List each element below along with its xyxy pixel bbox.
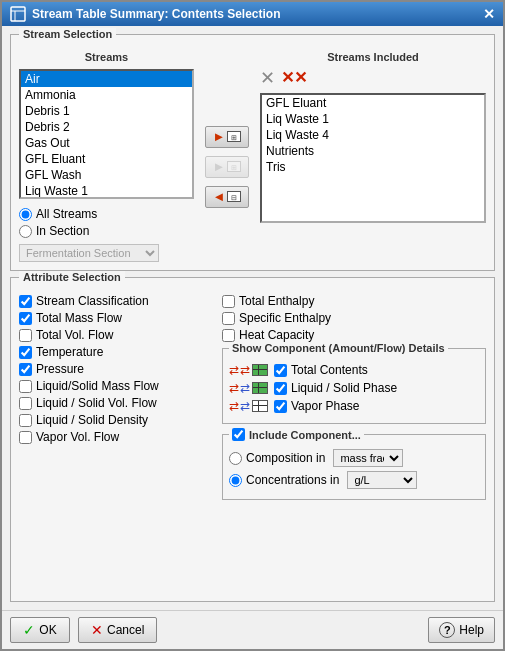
cb-liq-solid-mass-row[interactable]: Liquid/Solid Mass Flow (19, 379, 214, 393)
stream-item-debris1[interactable]: Debris 1 (21, 103, 192, 119)
concentrations-label: Concentrations in (246, 473, 339, 487)
ok-button[interactable]: ✓ OK (10, 617, 70, 643)
included-item-tris[interactable]: Tris (262, 159, 484, 175)
cb-total-contents[interactable] (274, 364, 287, 377)
stream-item-gfl-eluant[interactable]: GFL Eluant (21, 151, 192, 167)
radio-composition[interactable] (229, 452, 242, 465)
radio-concentrations[interactable] (229, 474, 242, 487)
cb-stream-classification-row[interactable]: Stream Classification (19, 294, 214, 308)
cb-heat-capacity-row[interactable]: Heat Capacity (222, 328, 342, 342)
cb-liq-solid-mass-label: Liquid/Solid Mass Flow (36, 379, 159, 393)
cb-stream-classification[interactable] (19, 295, 32, 308)
stream-item-ammonia[interactable]: Ammonia (21, 87, 192, 103)
close-button[interactable]: ✕ (483, 6, 495, 22)
included-panel: Streams Included ✕ ✕✕ GFL Eluant Liq Was… (260, 51, 486, 262)
cb-include-component[interactable] (232, 428, 245, 441)
included-listbox[interactable]: GFL Eluant Liq Waste 1 Liq Waste 4 Nutri… (260, 93, 486, 223)
add-all-streams-button[interactable]: ► ⊞ (205, 156, 249, 178)
ok-label: OK (39, 623, 56, 637)
add-stream-button[interactable]: ► ⊞ (205, 126, 249, 148)
cb-total-vol[interactable] (19, 329, 32, 342)
remove-included-button[interactable]: ✕ (260, 69, 275, 87)
total-contents-row: ⇄ ⇄ Total Contents (229, 363, 479, 377)
composition-row: Composition in mass frac mole frac mass … (229, 449, 479, 467)
remove-stream-button[interactable]: ◄ ⊟ (205, 186, 249, 208)
cb-vapor-phase-label: Vapor Phase (291, 399, 360, 413)
cb-liq-solid-mass[interactable] (19, 380, 32, 393)
included-item-gfl-eluant[interactable]: GFL Eluant (262, 95, 484, 111)
attribute-checkboxes-right: Total Enthalpy Specific Enthalpy Heat Ca… (222, 294, 342, 342)
stream-item-gfl-wash[interactable]: GFL Wash (21, 167, 192, 183)
include-component-heading[interactable]: Include Component... (229, 428, 364, 441)
radio-in-section-label: In Section (36, 224, 89, 238)
cb-liq-solid-density-label: Liquid / Solid Density (36, 413, 148, 427)
cb-vapor-phase-row[interactable]: Vapor Phase (274, 399, 360, 413)
composition-dropdown[interactable]: mass frac mole frac mass % mole % (333, 449, 403, 467)
cb-temperature-row[interactable]: Temperature (19, 345, 214, 359)
cb-liq-solid-vol[interactable] (19, 397, 32, 410)
streams-listbox[interactable]: Air Ammonia Debris 1 Debris 2 Gas Out GF… (19, 69, 194, 199)
cancel-icon: ✕ (91, 622, 103, 638)
liquid-solid-row: ⇄ ⇄ Liquid / Solid Phase (229, 381, 479, 395)
cb-liq-solid-vol-row[interactable]: Liquid / Solid Vol. Flow (19, 396, 214, 410)
cb-vapor-vol-row[interactable]: Vapor Vol. Flow (19, 430, 214, 444)
included-item-liq-waste1[interactable]: Liq Waste 1 (262, 111, 484, 127)
cb-specific-enthalpy-row[interactable]: Specific Enthalpy (222, 311, 342, 325)
stream-item-gas-out[interactable]: Gas Out (21, 135, 192, 151)
cb-liq-solid-density[interactable] (19, 414, 32, 427)
cb-pressure[interactable] (19, 363, 32, 376)
radio-in-section[interactable] (19, 225, 32, 238)
radio-all-streams[interactable] (19, 208, 32, 221)
cb-liq-solid-vol-label: Liquid / Solid Vol. Flow (36, 396, 157, 410)
liquid-solid-icon: ⇄ ⇄ (229, 381, 268, 395)
cb-pressure-row[interactable]: Pressure (19, 362, 214, 376)
cb-heat-capacity[interactable] (222, 329, 235, 342)
stream-item-liq-waste1[interactable]: Liq Waste 1 (21, 183, 192, 199)
included-item-nutrients[interactable]: Nutrients (262, 143, 484, 159)
radio-all-streams-row[interactable]: All Streams (19, 207, 194, 221)
cb-total-contents-label: Total Contents (291, 363, 368, 377)
cb-specific-enthalpy-label: Specific Enthalpy (239, 311, 331, 325)
help-button[interactable]: ? Help (428, 617, 495, 643)
cb-vapor-vol[interactable] (19, 431, 32, 444)
remove-all-included-button[interactable]: ✕✕ (281, 70, 307, 86)
radio-in-section-row[interactable]: In Section (19, 224, 194, 238)
radio-composition-row[interactable] (229, 452, 242, 465)
radio-all-streams-label: All Streams (36, 207, 97, 221)
attribute-checkboxes-left: Stream Classification Total Mass Flow To… (19, 294, 214, 500)
stream-item-debris2[interactable]: Debris 2 (21, 119, 192, 135)
stream-selection-group: Stream Selection Streams Air Ammonia Deb… (10, 34, 495, 271)
stream-selection-label: Stream Selection (19, 28, 116, 40)
cb-liquid-solid-phase[interactable] (274, 382, 287, 395)
cb-temperature[interactable] (19, 346, 32, 359)
cb-specific-enthalpy[interactable] (222, 312, 235, 325)
concentrations-dropdown[interactable]: g/L mg/L mol/L (347, 471, 417, 489)
section-dropdown-row: Fermentation Section (19, 244, 194, 262)
stream-item-air[interactable]: Air (21, 71, 192, 87)
radio-concentrations-row[interactable] (229, 474, 242, 487)
cb-total-mass-label: Total Mass Flow (36, 311, 122, 325)
cb-vapor-phase[interactable] (274, 400, 287, 413)
filter-radio-group: All Streams In Section (19, 207, 194, 238)
cb-temperature-label: Temperature (36, 345, 103, 359)
cb-total-vol-label: Total Vol. Flow (36, 328, 113, 342)
cb-pressure-label: Pressure (36, 362, 84, 376)
cancel-button[interactable]: ✕ Cancel (78, 617, 157, 643)
cb-liquid-solid-phase-row[interactable]: Liquid / Solid Phase (274, 381, 397, 395)
vapor-phase-row: ⇄ ⇄ Vapor Phase (229, 399, 479, 413)
cb-total-mass[interactable] (19, 312, 32, 325)
cb-total-vol-row[interactable]: Total Vol. Flow (19, 328, 214, 342)
ok-icon: ✓ (23, 622, 35, 638)
cb-total-enthalpy[interactable] (222, 295, 235, 308)
cb-total-mass-row[interactable]: Total Mass Flow (19, 311, 214, 325)
window-icon (10, 6, 26, 22)
cb-liq-solid-density-row[interactable]: Liquid / Solid Density (19, 413, 214, 427)
stream-arrow-buttons: ► ⊞ ► ⊞ ◄ ⊟ (202, 51, 252, 262)
cb-total-enthalpy-row[interactable]: Total Enthalpy (222, 294, 342, 308)
cb-liquid-solid-phase-label: Liquid / Solid Phase (291, 381, 397, 395)
show-component-box: Show Component (Amount/Flow) Details ⇄ ⇄ (222, 348, 486, 424)
attribute-right-panel: Total Enthalpy Specific Enthalpy Heat Ca… (222, 294, 486, 500)
included-item-liq-waste4[interactable]: Liq Waste 4 (262, 127, 484, 143)
cb-total-contents-row[interactable]: Total Contents (274, 363, 368, 377)
vapor-phase-icon: ⇄ ⇄ (229, 399, 268, 413)
